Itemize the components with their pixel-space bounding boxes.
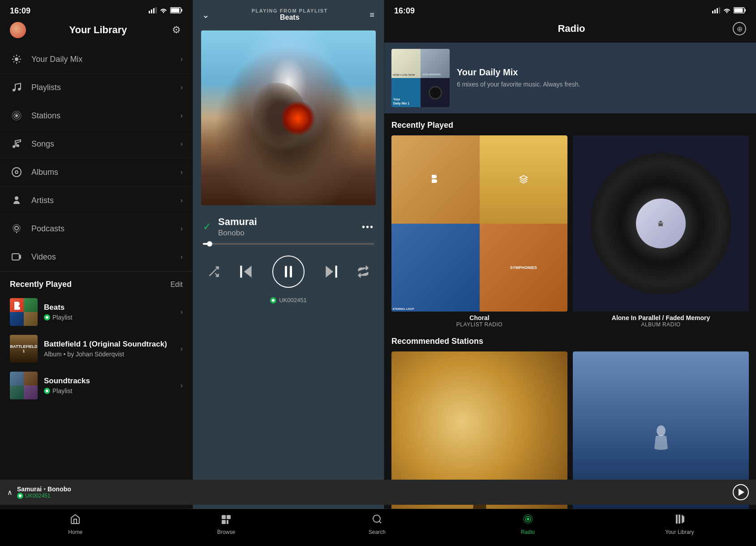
list-item-beats[interactable]: Beats Playlist ›	[0, 294, 193, 330]
svg-rect-48	[717, 8, 718, 13]
svg-point-7	[15, 57, 18, 61]
status-icons	[149, 7, 183, 15]
radio-nav-search[interactable]: Search	[364, 514, 391, 535]
svg-marker-33	[244, 266, 252, 278]
daily-mix-info: Your Daily Mix 6 mixes of your favorite …	[457, 67, 580, 89]
choral-sub: PLAYLIST RADIO	[391, 321, 567, 328]
radio-battery-icon	[734, 7, 746, 15]
radio-nav-library[interactable]: Your Library	[665, 514, 694, 535]
beats-info: Beats Playlist	[44, 303, 180, 321]
recently-played-header: Recently Played Edit	[0, 272, 193, 294]
svg-point-19	[13, 225, 20, 232]
svg-rect-56	[227, 515, 231, 519]
list-item-soundtracks[interactable]: Soundtracks Playlist ›	[0, 367, 193, 404]
mix-cell-3: YourDaily Mix 1	[391, 78, 421, 107]
videos-icon	[10, 250, 23, 264]
signal-icon	[149, 7, 157, 15]
status-time: 16:09	[10, 6, 30, 16]
nav-item-podcasts[interactable]: Podcasts ›	[0, 215, 193, 243]
rp-item-choral[interactable]: ETERNAL LIGHT SYMPHONIES Choral PLAYLIST…	[391, 135, 567, 328]
svg-point-54	[657, 425, 666, 436]
chevron-beats-icon: ›	[180, 308, 183, 316]
nav-item-albums[interactable]: Albums ›	[0, 158, 193, 186]
radio-nav-search-label: Search	[369, 529, 386, 535]
podcasts-icon	[10, 222, 23, 235]
recently-played-list: Beats Playlist › BATTLEFIELD 1 Battlefie…	[0, 294, 193, 404]
bottom-nav-radio: Home Browse Search Radio	[0, 509, 756, 546]
album-art	[201, 30, 376, 205]
progress-container[interactable]	[193, 241, 384, 250]
rp-item-alone[interactable]: Alone In Parallel / Faded Memory ALBUM R…	[573, 135, 749, 328]
np-menu-icon[interactable]: ≡	[369, 10, 375, 20]
svg-point-9	[18, 88, 21, 91]
settings-icon[interactable]: ⚙	[170, 24, 183, 36]
daily-mix-title: Your Daily Mix	[457, 67, 580, 78]
radio-header: Radio ⊕	[384, 18, 756, 43]
rec-stations-title: Recommended Stations	[391, 337, 749, 346]
nav-item-videos[interactable]: Videos ›	[0, 243, 193, 271]
edit-button[interactable]: Edit	[170, 281, 183, 289]
nav-item-daily-mix[interactable]: Your Daily Mix ›	[0, 45, 193, 74]
mix-cell-2: JON HOPKINS	[421, 49, 450, 78]
collapse-icon[interactable]: ⌄	[202, 9, 210, 20]
playback-controls	[193, 250, 384, 293]
library-header: Your Library ⚙	[0, 18, 193, 45]
nav-item-artists[interactable]: Artists ›	[0, 186, 193, 215]
svg-point-13	[13, 145, 15, 148]
svg-rect-1	[151, 9, 152, 13]
svg-rect-51	[735, 9, 743, 13]
svg-point-61	[527, 518, 529, 520]
radio-nav-browse[interactable]: Browse	[213, 514, 240, 535]
play-pause-button[interactable]	[272, 256, 305, 288]
nav-item-playlists[interactable]: Playlists ›	[0, 74, 193, 102]
radio-nav-home[interactable]: Home	[62, 514, 89, 535]
next-button[interactable]	[322, 263, 340, 281]
mix-label: YourDaily Mix 1	[393, 98, 409, 105]
chevron-videos-icon: ›	[180, 253, 183, 261]
radio-mini-play-button[interactable]	[733, 484, 749, 500]
svg-point-18	[15, 226, 18, 230]
np-context-label: PLAYING FROM PLAYLIST	[252, 8, 328, 13]
status-bar-radio: 16:09	[384, 0, 756, 18]
nav-label-podcasts: Podcasts	[31, 224, 180, 234]
radio-nav-radio-active[interactable]: Radio	[515, 514, 541, 535]
svg-point-8	[13, 89, 15, 91]
chevron-artists-icon: ›	[180, 196, 183, 204]
svg-line-60	[379, 521, 381, 523]
add-station-button[interactable]: ⊕	[733, 22, 746, 35]
daily-mix-promo[interactable]: HOW I LIVE NOW JON HOPKINS YourDaily Mix…	[384, 43, 756, 113]
track-more-icon[interactable]: •••	[362, 222, 374, 232]
radio-rp-title: Recently Played	[391, 121, 749, 130]
radio-status-time: 16:09	[394, 6, 415, 16]
prev-button[interactable]	[237, 263, 255, 281]
radio-status-icons	[712, 7, 746, 15]
vinyl-label	[636, 199, 685, 248]
nav-label-videos: Videos	[31, 252, 180, 262]
list-item-battlefield[interactable]: BATTLEFIELD 1 Battlefield 1 (Original So…	[0, 330, 193, 367]
choral-q1	[391, 135, 480, 224]
panel-radio: 16:09 Radio ⊕ HOW I LIVE NOW JON HO	[384, 0, 756, 546]
nav-item-stations[interactable]: Stations ›	[0, 102, 193, 130]
beats-thumbnail	[10, 298, 38, 326]
svg-point-10	[15, 114, 18, 117]
radio-mini-player[interactable]: ∧ Samurai • Bonobo UK002451	[0, 480, 756, 505]
nav-label-stations: Stations	[31, 111, 180, 121]
radio-expand-icon: ∧	[7, 488, 13, 497]
soundtracks-downloaded-icon	[44, 388, 50, 394]
like-button[interactable]: ✓	[203, 221, 211, 233]
nav-item-songs[interactable]: Songs ›	[0, 130, 193, 158]
chevron-songs-icon: ›	[180, 140, 183, 148]
avatar[interactable]	[10, 22, 26, 38]
svg-rect-52	[745, 9, 746, 12]
shuffle-button[interactable]	[207, 265, 220, 278]
explosion-element	[280, 100, 316, 136]
recently-played-title: Recently Played	[10, 280, 72, 289]
radio-browse-icon	[221, 514, 232, 527]
repeat-button[interactable]	[357, 265, 369, 278]
radio-play-triangle-icon	[739, 489, 744, 496]
radio-nav-radio-label: Radio	[521, 529, 535, 535]
svg-rect-58	[227, 520, 228, 524]
svg-rect-21	[12, 254, 19, 260]
stations-icon	[10, 109, 23, 122]
vinyl-art	[573, 135, 749, 312]
